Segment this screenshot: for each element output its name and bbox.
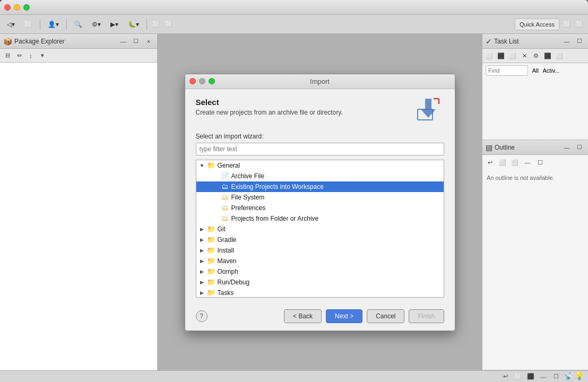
folder-icon: 📁 bbox=[207, 161, 215, 170]
toolbar-build-btn[interactable]: ⚙▾ bbox=[88, 18, 105, 31]
task-list-maximize[interactable]: ☐ bbox=[574, 36, 585, 47]
toolbar-sep-1 bbox=[40, 19, 40, 30]
package-explorer-maximize[interactable]: ☐ bbox=[131, 36, 141, 47]
status-bar: ↩ ⬜ ⬛ — ☐ 📡 💡 bbox=[0, 370, 588, 382]
tl-btn5[interactable]: ⚙ bbox=[531, 50, 541, 61]
package-explorer-minimize[interactable]: — bbox=[118, 36, 128, 47]
tree-item-maven[interactable]: ▶📁Maven bbox=[196, 256, 444, 266]
tl-btn6[interactable]: ⬛ bbox=[542, 50, 553, 61]
tree-item-install[interactable]: ▶📁Install bbox=[196, 245, 444, 256]
tree-item-gradle[interactable]: ▶📁Gradle bbox=[196, 235, 444, 245]
package-explorer-icon: 📦 bbox=[3, 37, 12, 46]
pe-menu[interactable]: ▾ bbox=[37, 50, 48, 61]
task-list-minimize[interactable]: — bbox=[561, 36, 572, 47]
tree-item-preferences[interactable]: 🗂Preferences bbox=[196, 203, 444, 213]
pe-sync[interactable]: ↕ bbox=[25, 50, 36, 61]
tree-item-projects-folder[interactable]: 🗂Projects from Folder or Archive bbox=[196, 213, 444, 224]
task-list-title: Task List bbox=[494, 38, 519, 45]
status-btn1[interactable]: ↩ bbox=[500, 371, 511, 382]
status-right: ↩ ⬜ ⬛ — ☐ 📡 💡 bbox=[500, 371, 584, 382]
tree-item-run-debug[interactable]: ▶📁Run/Debug bbox=[196, 277, 444, 288]
tree-item-file-system[interactable]: 🗂File System bbox=[196, 192, 444, 203]
status-btn2[interactable]: ⬜ bbox=[513, 371, 523, 382]
toolbar-search-btn[interactable]: 🔍 bbox=[71, 18, 86, 31]
back-button[interactable]: < Back bbox=[284, 309, 322, 323]
status-btn3[interactable]: ⬛ bbox=[525, 371, 536, 382]
outline-minimize[interactable]: — bbox=[561, 142, 572, 153]
status-btn5[interactable]: ☐ bbox=[551, 371, 561, 382]
svg-marker-1 bbox=[421, 99, 436, 118]
tree-item-label: Archive File bbox=[231, 172, 265, 180]
tree-arrow-collapsed: ▶ bbox=[198, 289, 206, 297]
task-list-header: ✓ Task List — ☐ bbox=[482, 34, 588, 49]
tl-btn3[interactable]: ⬜ bbox=[507, 50, 518, 61]
package-explorer-content bbox=[0, 63, 157, 370]
folder-icon: 📁 bbox=[207, 267, 215, 276]
close-button[interactable] bbox=[4, 4, 11, 11]
tree-arrow-collapsed: ▶ bbox=[198, 257, 206, 265]
toolbar-debug-btn[interactable]: 🐛▾ bbox=[124, 18, 143, 31]
outline-btn5[interactable]: ☐ bbox=[535, 158, 546, 168]
tl-btn7[interactable]: ⬜ bbox=[554, 50, 565, 61]
tree-container[interactable]: ▼📁General📄Archive File🗂Existing Projects… bbox=[196, 160, 444, 298]
tl-btn4[interactable]: ✕ bbox=[519, 50, 530, 61]
tree-item-archive-file[interactable]: 📄Archive File bbox=[196, 171, 444, 181]
outline-panel: ▤ Outline — ☐ ↩ ⬜ ⬜ — ☐ An outline is no… bbox=[482, 140, 588, 370]
package-explorer-title: Package Explorer bbox=[14, 38, 65, 45]
dialog-buttons: ? < Back Next > Cancel Finish bbox=[185, 304, 455, 331]
tree-item-label: Run/Debug bbox=[218, 279, 250, 286]
eclipse-body: ◁▾ ⬜ 👤▾ 🔍 ⚙▾ ▶▾ 🐛▾ ⬜ ⬜ Quick Access ⬜ ⬜ … bbox=[0, 15, 588, 382]
outline-btn1[interactable]: ↩ bbox=[485, 158, 495, 168]
folder-icon: 📁 bbox=[207, 225, 215, 233]
outline-btn3[interactable]: ⬜ bbox=[509, 158, 520, 168]
import-dialog: Import Select Create new projects from a… bbox=[185, 74, 455, 331]
tree-item-git[interactable]: ▶📁Git bbox=[196, 224, 444, 235]
toolbar-fwd-btn[interactable]: ⬜ bbox=[21, 18, 36, 31]
help-button[interactable]: ? bbox=[196, 310, 207, 322]
tree-item-general[interactable]: ▼📁General bbox=[196, 160, 444, 171]
outline-btn2[interactable]: ⬜ bbox=[497, 158, 508, 168]
tl-btn2[interactable]: ⬛ bbox=[496, 50, 506, 61]
task-list-find-input[interactable] bbox=[486, 65, 528, 76]
toolbar-back-btn[interactable]: ◁▾ bbox=[3, 18, 19, 31]
tree-arrow-collapsed: ▶ bbox=[198, 247, 206, 254]
leaf-icon: 🗂 bbox=[221, 204, 229, 212]
folder-icon: 📁 bbox=[207, 246, 215, 255]
eclipse-panels: 📦 Package Explorer — ☐ × ⊟ ⇔ ↕ ▾ bbox=[0, 34, 588, 370]
finish-button[interactable]: Finish bbox=[409, 309, 444, 323]
task-list-panel: ✓ Task List — ☐ ⬜ ⬛ ⬜ ✕ ⚙ ⬛ ⬜ bbox=[482, 34, 588, 140]
pe-link[interactable]: ⇔ bbox=[14, 50, 24, 61]
outline-btn4[interactable]: — bbox=[522, 157, 533, 168]
lightbulb-icon: 💡 bbox=[575, 371, 584, 382]
pe-collapse-all[interactable]: ⊟ bbox=[2, 50, 13, 61]
package-explorer-toolbar: ⊟ ⇔ ↕ ▾ bbox=[0, 49, 157, 63]
toolbar-extra2-btn[interactable]: ⬜ bbox=[163, 19, 174, 30]
next-button[interactable]: Next > bbox=[326, 309, 362, 323]
outline-maximize[interactable]: ☐ bbox=[574, 142, 585, 153]
package-explorer-close[interactable]: × bbox=[143, 36, 154, 47]
tree-item-oomph[interactable]: ▶📁Oomph bbox=[196, 266, 444, 277]
leaf-icon: 🗂 bbox=[221, 214, 229, 223]
tree-item-tasks[interactable]: ▶📁Tasks bbox=[196, 288, 444, 298]
package-explorer-header: 📦 Package Explorer — ☐ × bbox=[0, 34, 157, 49]
filter-input[interactable] bbox=[196, 143, 444, 155]
maximize-button[interactable] bbox=[23, 4, 30, 11]
dialog-close-btn[interactable] bbox=[189, 78, 196, 84]
tl-btn1[interactable]: ⬜ bbox=[484, 50, 495, 61]
tree-item-existing-projects[interactable]: 🗂Existing Projects into Workspace bbox=[196, 181, 444, 192]
tree-arrow-expanded: ▼ bbox=[198, 162, 206, 169]
outline-icon: ▤ bbox=[486, 143, 492, 152]
filter-label: Select an import wizard: bbox=[196, 133, 444, 140]
toolbar-run-btn[interactable]: ▶▾ bbox=[107, 18, 122, 31]
outline-toolbar: ↩ ⬜ ⬜ — ☐ bbox=[482, 155, 588, 170]
cancel-button[interactable]: Cancel bbox=[367, 309, 404, 323]
toolbar-extra-btn[interactable]: ⬜ bbox=[151, 19, 161, 30]
toolbar-person-btn[interactable]: 👤▾ bbox=[44, 18, 63, 31]
dialog-zoom-btn[interactable] bbox=[209, 78, 215, 84]
minimize-button[interactable] bbox=[14, 4, 20, 11]
status-btn4[interactable]: — bbox=[538, 371, 549, 382]
toolbar-icon1[interactable]: ⬜ bbox=[561, 19, 572, 30]
leaf-icon: 🗂 bbox=[221, 193, 229, 202]
toolbar-icon2[interactable]: ⬜ bbox=[574, 19, 585, 30]
quick-access-button[interactable]: Quick Access bbox=[515, 19, 559, 30]
